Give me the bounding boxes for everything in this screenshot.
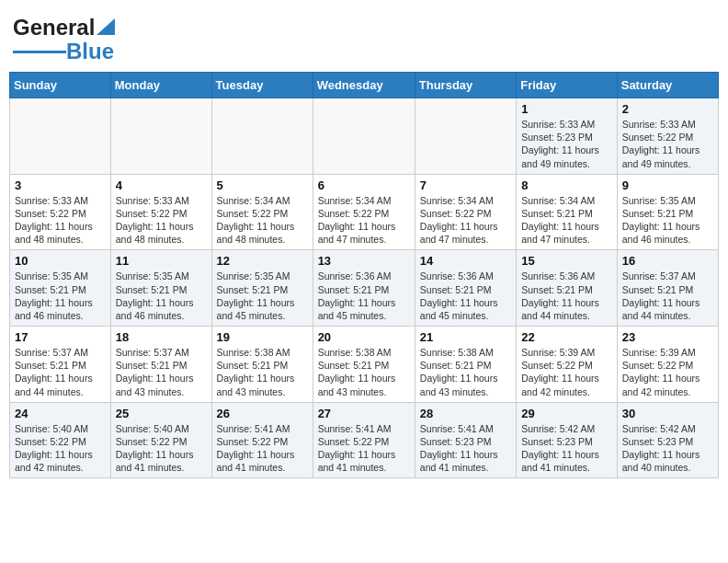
day-info: Sunset: 5:21 PM bbox=[622, 207, 713, 220]
calendar-cell bbox=[415, 98, 516, 175]
day-info: Daylight: 11 hours and 41 minutes. bbox=[217, 448, 308, 474]
day-number: 12 bbox=[217, 254, 308, 268]
weekday-header-thursday: Thursday bbox=[415, 73, 516, 98]
day-info: Sunset: 5:23 PM bbox=[521, 435, 612, 448]
calendar-cell: 15Sunrise: 5:36 AMSunset: 5:21 PMDayligh… bbox=[517, 250, 618, 327]
day-info: Sunset: 5:22 PM bbox=[521, 359, 612, 372]
day-info: Sunrise: 5:39 AM bbox=[622, 346, 713, 359]
day-number: 1 bbox=[521, 102, 612, 116]
day-info: Sunset: 5:22 PM bbox=[15, 207, 106, 220]
day-info: Sunrise: 5:33 AM bbox=[15, 194, 106, 207]
calendar-week-row: 1Sunrise: 5:33 AMSunset: 5:23 PMDaylight… bbox=[10, 98, 719, 175]
calendar-cell: 3Sunrise: 5:33 AMSunset: 5:22 PMDaylight… bbox=[10, 174, 111, 250]
day-info: Sunset: 5:21 PM bbox=[420, 359, 511, 372]
page-header: General Blue bbox=[9, 9, 719, 64]
day-number: 30 bbox=[622, 407, 713, 420]
calendar-cell: 28Sunrise: 5:41 AMSunset: 5:23 PMDayligh… bbox=[415, 402, 516, 478]
day-info: Daylight: 11 hours and 49 minutes. bbox=[622, 144, 713, 169]
day-number: 5 bbox=[217, 178, 308, 192]
day-info: Daylight: 11 hours and 47 minutes. bbox=[521, 220, 612, 246]
day-info: Sunset: 5:22 PM bbox=[217, 435, 308, 448]
day-info: Daylight: 11 hours and 46 minutes. bbox=[116, 296, 207, 322]
day-info: Sunset: 5:22 PM bbox=[318, 435, 410, 448]
day-info: Daylight: 11 hours and 42 minutes. bbox=[622, 372, 713, 397]
calendar-cell: 23Sunrise: 5:39 AMSunset: 5:22 PMDayligh… bbox=[617, 327, 718, 403]
logo: General Blue bbox=[13, 15, 115, 64]
calendar-cell: 2Sunrise: 5:33 AMSunset: 5:22 PMDaylight… bbox=[617, 98, 718, 175]
day-info: Sunset: 5:21 PM bbox=[521, 207, 612, 220]
day-info: Daylight: 11 hours and 43 minutes. bbox=[116, 372, 207, 397]
day-info: Sunrise: 5:37 AM bbox=[622, 270, 713, 282]
day-info: Sunrise: 5:37 AM bbox=[15, 346, 106, 359]
day-info: Sunrise: 5:35 AM bbox=[622, 194, 713, 207]
calendar-cell bbox=[10, 98, 111, 175]
day-info: Sunrise: 5:41 AM bbox=[217, 422, 308, 435]
weekday-header-saturday: Saturday bbox=[617, 73, 718, 98]
day-number: 9 bbox=[622, 178, 713, 192]
calendar-cell: 13Sunrise: 5:36 AMSunset: 5:21 PMDayligh… bbox=[313, 250, 415, 327]
day-number: 16 bbox=[622, 254, 713, 268]
day-number: 19 bbox=[217, 330, 308, 344]
day-number: 7 bbox=[420, 178, 511, 192]
day-number: 21 bbox=[420, 330, 511, 344]
day-info: Sunset: 5:22 PM bbox=[116, 435, 207, 448]
day-number: 2 bbox=[622, 102, 713, 116]
day-info: Sunset: 5:22 PM bbox=[420, 207, 511, 220]
calendar-cell: 26Sunrise: 5:41 AMSunset: 5:22 PMDayligh… bbox=[211, 402, 313, 478]
day-info: Sunrise: 5:34 AM bbox=[217, 194, 308, 207]
day-info: Daylight: 11 hours and 43 minutes. bbox=[318, 372, 410, 397]
day-info: Sunset: 5:21 PM bbox=[217, 283, 308, 296]
day-number: 10 bbox=[15, 254, 106, 268]
calendar-cell: 5Sunrise: 5:34 AMSunset: 5:22 PMDaylight… bbox=[211, 174, 313, 250]
day-info: Daylight: 11 hours and 42 minutes. bbox=[521, 372, 612, 397]
day-number: 24 bbox=[15, 407, 106, 420]
weekday-header-tuesday: Tuesday bbox=[211, 73, 313, 98]
day-info: Sunset: 5:23 PM bbox=[521, 131, 612, 144]
day-info: Sunrise: 5:42 AM bbox=[521, 422, 612, 435]
day-info: Daylight: 11 hours and 41 minutes. bbox=[420, 448, 511, 474]
day-info: Sunrise: 5:39 AM bbox=[521, 346, 612, 359]
calendar-cell: 1Sunrise: 5:33 AMSunset: 5:23 PMDaylight… bbox=[517, 98, 618, 175]
day-info: Daylight: 11 hours and 43 minutes. bbox=[217, 372, 308, 397]
day-info: Sunrise: 5:36 AM bbox=[521, 270, 612, 282]
day-info: Daylight: 11 hours and 45 minutes. bbox=[318, 296, 410, 322]
day-info: Sunset: 5:21 PM bbox=[15, 283, 106, 296]
weekday-header-wednesday: Wednesday bbox=[313, 73, 415, 98]
day-info: Daylight: 11 hours and 48 minutes. bbox=[217, 220, 308, 246]
calendar-cell: 9Sunrise: 5:35 AMSunset: 5:21 PMDaylight… bbox=[617, 174, 718, 250]
day-number: 6 bbox=[318, 178, 410, 192]
day-info: Sunrise: 5:40 AM bbox=[15, 422, 106, 435]
svg-marker-0 bbox=[97, 18, 115, 35]
day-info: Daylight: 11 hours and 46 minutes. bbox=[622, 220, 713, 246]
logo-arrow-icon bbox=[97, 18, 115, 35]
calendar-week-row: 24Sunrise: 5:40 AMSunset: 5:22 PMDayligh… bbox=[10, 402, 719, 478]
day-info: Daylight: 11 hours and 44 minutes. bbox=[15, 372, 106, 397]
calendar-cell: 20Sunrise: 5:38 AMSunset: 5:21 PMDayligh… bbox=[313, 327, 415, 403]
calendar-cell: 18Sunrise: 5:37 AMSunset: 5:21 PMDayligh… bbox=[110, 327, 211, 403]
day-info: Daylight: 11 hours and 42 minutes. bbox=[15, 448, 106, 474]
day-number: 18 bbox=[116, 330, 207, 344]
day-info: Sunrise: 5:38 AM bbox=[217, 346, 308, 359]
calendar-cell bbox=[110, 98, 211, 175]
day-info: Sunset: 5:21 PM bbox=[116, 283, 207, 296]
day-info: Sunrise: 5:37 AM bbox=[116, 346, 207, 359]
calendar-cell: 30Sunrise: 5:42 AMSunset: 5:23 PMDayligh… bbox=[617, 402, 718, 478]
day-info: Sunset: 5:22 PM bbox=[116, 207, 207, 220]
day-info: Sunrise: 5:33 AM bbox=[116, 194, 207, 207]
day-info: Daylight: 11 hours and 41 minutes. bbox=[318, 448, 410, 474]
day-info: Sunset: 5:22 PM bbox=[15, 435, 106, 448]
day-info: Sunset: 5:21 PM bbox=[521, 283, 612, 296]
calendar-cell: 24Sunrise: 5:40 AMSunset: 5:22 PMDayligh… bbox=[10, 402, 111, 478]
day-number: 14 bbox=[420, 254, 511, 268]
calendar-cell: 21Sunrise: 5:38 AMSunset: 5:21 PMDayligh… bbox=[415, 327, 516, 403]
day-info: Daylight: 11 hours and 44 minutes. bbox=[521, 296, 612, 322]
day-info: Daylight: 11 hours and 41 minutes. bbox=[116, 448, 207, 474]
day-info: Sunrise: 5:35 AM bbox=[116, 270, 207, 282]
day-number: 3 bbox=[15, 178, 106, 192]
day-info: Sunset: 5:21 PM bbox=[217, 359, 308, 372]
calendar-cell: 27Sunrise: 5:41 AMSunset: 5:22 PMDayligh… bbox=[313, 402, 415, 478]
calendar-week-row: 10Sunrise: 5:35 AMSunset: 5:21 PMDayligh… bbox=[10, 250, 719, 327]
calendar-cell: 16Sunrise: 5:37 AMSunset: 5:21 PMDayligh… bbox=[617, 250, 718, 327]
calendar-cell: 25Sunrise: 5:40 AMSunset: 5:22 PMDayligh… bbox=[110, 402, 211, 478]
day-number: 26 bbox=[217, 407, 308, 420]
